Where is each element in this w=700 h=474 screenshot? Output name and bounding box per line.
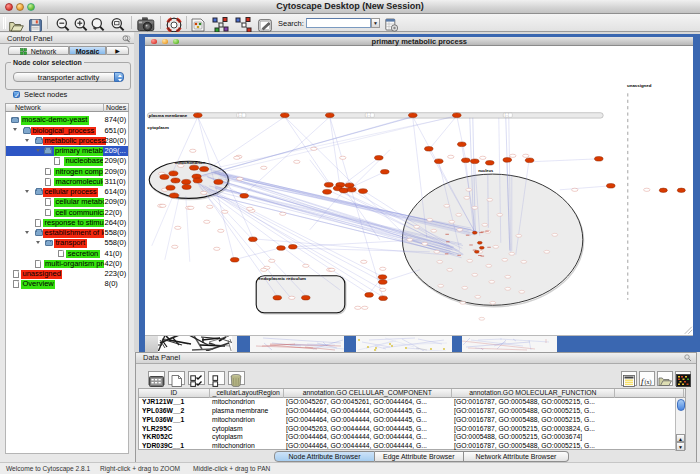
svg-text:[...]: [...] xyxy=(367,113,371,117)
svg-text:endoplasmic reticulum: endoplasmic reticulum xyxy=(258,276,306,281)
svg-text:unassigned: unassigned xyxy=(627,84,652,89)
svg-text:[...]: [...] xyxy=(238,113,242,117)
svg-text:cytoplasm: cytoplasm xyxy=(147,125,169,130)
svg-text:mitochondrion: mitochondrion xyxy=(175,160,206,165)
svg-text:(x): (x) xyxy=(645,379,652,386)
svg-text:plasma membrane: plasma membrane xyxy=(149,113,188,118)
svg-text:[...]: [...] xyxy=(505,113,509,117)
svg-text:nucleus: nucleus xyxy=(478,168,494,173)
